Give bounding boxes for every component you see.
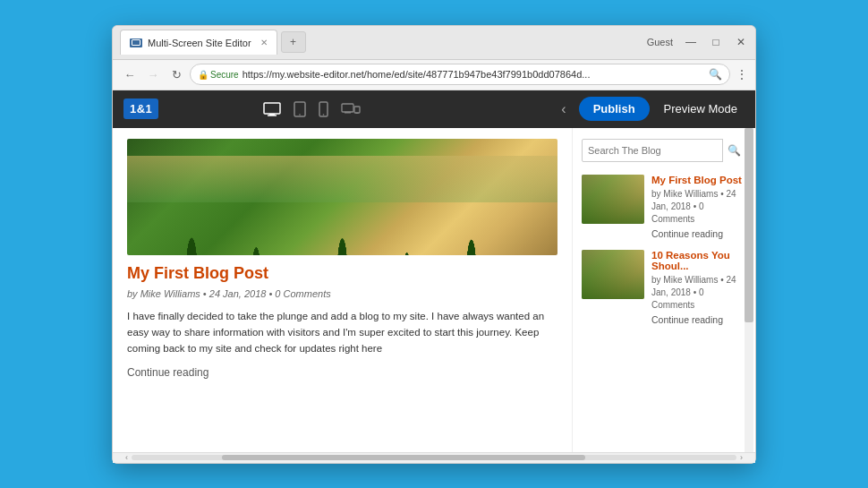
post-title: My First Blog Post	[127, 264, 557, 283]
publish-button[interactable]: Publish	[579, 97, 650, 121]
search-box[interactable]: 🔍	[582, 139, 746, 162]
sidebar-post-1-meta: by Mike Williams • 24 Jan, 2018 • 0 Comm…	[651, 188, 746, 226]
search-button[interactable]: 🔍	[722, 139, 745, 162]
scrollbar-thumb[interactable]	[745, 128, 753, 322]
sidebar-post-1-continue[interactable]: Continue reading	[651, 228, 746, 239]
sidebar-post-1: My First Blog Post by Mike Williams • 24…	[582, 175, 746, 239]
sidebar-post-2-info: 10 Reasons You Shoul... by Mike Williams…	[651, 250, 746, 325]
sidebar-post-2-title[interactable]: 10 Reasons You Shoul...	[651, 250, 746, 271]
multiscreen-view-button[interactable]	[341, 101, 361, 117]
editor-toolbar: 1&1	[113, 90, 755, 128]
post-body: I have finally decided to take the plung…	[127, 308, 557, 357]
address-bar[interactable]: 🔒 Secure https://my.website-editor.net/h…	[190, 64, 730, 85]
svg-rect-7	[342, 104, 353, 112]
svg-rect-0	[264, 103, 280, 114]
minimize-button[interactable]: —	[684, 36, 698, 48]
tablet-view-button[interactable]	[294, 101, 306, 117]
hscroll-thumb[interactable]	[222, 455, 585, 460]
secure-indicator: 🔒 Secure	[198, 70, 239, 80]
sidebar-post-2-meta: by Mike Williams • 24 Jan, 2018 • 0 Comm…	[651, 274, 746, 312]
horizontal-scrollbar[interactable]: ‹ ›	[113, 452, 755, 463]
back-button[interactable]: ←	[120, 64, 140, 84]
search-input[interactable]	[583, 145, 722, 156]
lock-icon: 🔒	[198, 70, 208, 80]
refresh-button[interactable]: ↻	[166, 64, 186, 84]
brand-logo: 1&1	[123, 98, 158, 119]
tab-title: Multi-Screen Site Editor	[148, 38, 251, 48]
browser-menu-button[interactable]: ⋮	[736, 67, 748, 81]
browser-window: Multi-Screen Site Editor ✕ + Guest — □ ✕…	[112, 25, 756, 464]
sidebar-thumb-2	[582, 250, 644, 299]
site-content: My First Blog Post by Mike Williams • 24…	[113, 128, 755, 463]
toolbar-right: ‹ Publish Preview Mode	[556, 97, 745, 121]
vertical-scrollbar[interactable]	[745, 128, 753, 452]
secure-label: Secure	[210, 70, 239, 80]
hero-image	[127, 139, 557, 255]
new-tab-button[interactable]: +	[281, 31, 306, 53]
tab-icon	[130, 39, 142, 47]
device-icons	[263, 101, 361, 117]
sidebar-post-1-title[interactable]: My First Blog Post	[651, 175, 746, 185]
browser-tab[interactable]: Multi-Screen Site Editor ✕	[120, 30, 277, 55]
svg-rect-8	[345, 112, 351, 114]
tab-close-button[interactable]: ✕	[260, 38, 268, 47]
window-user: Guest	[647, 37, 673, 47]
title-bar: Multi-Screen Site Editor ✕ + Guest — □ ✕	[113, 26, 755, 60]
svg-rect-9	[354, 107, 360, 113]
nav-bar: ← → ↻ 🔒 Secure https://my.website-editor…	[113, 60, 755, 90]
sidebar-post-1-info: My First Blog Post by Mike Williams • 24…	[651, 175, 746, 239]
scroll-right-arrow[interactable]: ›	[740, 453, 743, 462]
blog-main: My First Blog Post by Mike Williams • 24…	[113, 128, 572, 452]
content-scroll-area: My First Blog Post by Mike Williams • 24…	[113, 128, 755, 452]
svg-point-4	[300, 114, 302, 116]
post-meta: by Mike Williams • 24 Jan, 2018 • 0 Comm…	[127, 288, 557, 299]
desktop-view-button[interactable]	[263, 101, 281, 117]
svg-rect-10	[356, 113, 359, 114]
mobile-view-button[interactable]	[319, 101, 328, 117]
sidebar-thumb-1	[582, 175, 644, 224]
address-search-icon: 🔍	[709, 68, 722, 81]
window-controls: Guest — □ ✕	[647, 36, 748, 48]
prev-arrow[interactable]: ‹	[556, 99, 571, 119]
maximize-button[interactable]: □	[709, 36, 723, 48]
svg-point-6	[323, 114, 325, 116]
forward-button[interactable]: →	[143, 64, 163, 84]
preview-mode-button[interactable]: Preview Mode	[657, 97, 745, 121]
sidebar-post-2: 10 Reasons You Shoul... by Mike Williams…	[582, 250, 746, 325]
sidebar-post-2-continue[interactable]: Continue reading	[651, 314, 746, 325]
close-button[interactable]: ✕	[734, 36, 748, 48]
hscroll-track[interactable]	[132, 455, 736, 460]
url-text: https://my.website-editor.net/home/ed/si…	[243, 69, 705, 80]
blog-sidebar: 🔍 My First Blog Post by Mike Williams • …	[572, 128, 755, 452]
continue-reading[interactable]: Continue reading	[127, 366, 557, 379]
scroll-left-arrow[interactable]: ‹	[125, 453, 128, 462]
